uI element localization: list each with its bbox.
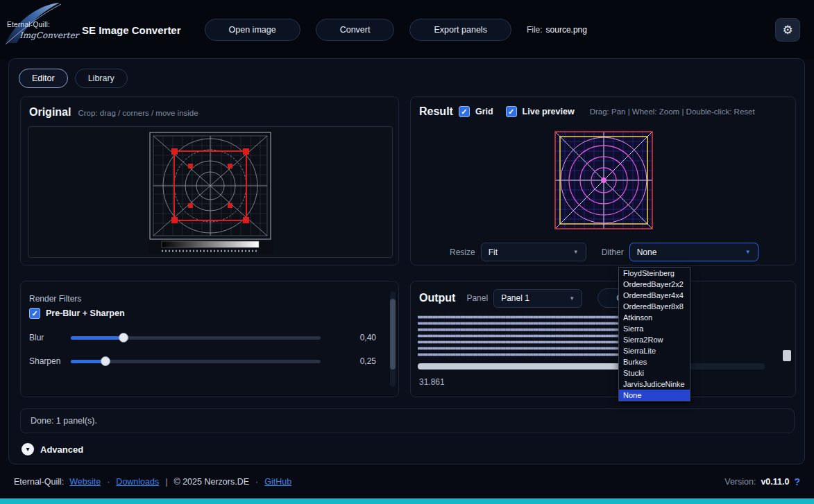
chevron-down-icon: ▼ [745,249,751,255]
output-hscrollbar[interactable] [418,363,765,370]
dither-option[interactable]: Sierra [619,323,690,334]
output-panel: Output Panel Panel 1 ▼ Copy ▩▩▩▩▩▩▩▩▩▩▩▩… [410,281,796,397]
version-label: Version: [724,477,756,487]
footer-separator: | [165,477,167,487]
dither-option[interactable]: Stucki [619,367,690,379]
dither-option[interactable]: SierraLite [619,345,690,356]
advanced-toggle[interactable]: ▾ Advanced [22,443,83,455]
blur-label: Blur [29,333,71,342]
grid-checkbox-label: Grid [475,107,493,116]
tab-bar: Editor Library [19,69,128,88]
footer-separator: · [107,477,110,487]
dither-option[interactable]: Atkinson [619,312,690,323]
export-panels-button[interactable]: Export panels [409,19,511,41]
settings-button[interactable]: ⚙ [775,18,800,42]
website-link[interactable]: Website [69,477,101,487]
resize-select-value: Fit [489,247,498,257]
output-preview-text[interactable]: ▩▩▩▩▩▩▩▩▩▩▩▩▩▩▩▩▩▩▩▩▩▩▩▩▩▩▩▩▩▩▩▩▩▩▩▩▩▩▩▩… [418,313,783,362]
downloads-link[interactable]: Downloads [116,477,159,487]
original-title: Original [29,106,71,119]
dither-option[interactable]: FloydSteinberg [619,268,690,279]
bottom-accent-bar [0,498,814,504]
check-icon: ✓ [461,108,467,116]
file-name: source.png [546,25,587,35]
sharpen-slider[interactable] [71,360,321,363]
logo-line2: ImgConverter [19,31,78,40]
dither-option[interactable]: OrderedBayer8x8 [619,301,690,312]
output-panel-label: Panel [466,293,488,303]
blur-value: 0,40 [348,333,376,342]
chevron-down-icon: ▼ [569,295,575,302]
original-preview[interactable] [28,126,393,258]
advanced-label: Advanced [40,444,83,455]
file-label: File: [527,25,543,35]
chevron-down-icon: ▼ [573,249,579,255]
output-vscrollbar[interactable] [783,313,791,373]
topbar: Eternal-Quill: ImgConverter SE Image Con… [0,0,814,60]
dither-select[interactable]: None ▼ [629,243,758,261]
dither-option[interactable]: OrderedBayer2x2 [619,279,690,290]
live-preview-checkbox[interactable]: ✓ [506,106,517,117]
footer: Eternal-Quill: Website · Downloads | © 2… [0,464,814,498]
original-panel: Original Crop: drag / corners / move ins… [20,96,399,266]
github-link[interactable]: GitHub [264,477,291,487]
main-container: Editor Library Original Crop: drag / cor… [8,58,805,464]
dither-option[interactable]: Burkes [619,356,690,367]
output-char-count: 31.861 [419,377,445,387]
panel-select[interactable]: Panel 1 ▼ [493,289,582,308]
dither-option-selected[interactable]: None [619,390,690,401]
result-title: Result [419,105,453,118]
gear-icon: ⚙ [782,23,792,37]
dither-label: Dither [602,247,624,257]
tab-editor[interactable]: Editor [19,69,68,88]
sharpen-label: Sharpen [29,356,71,366]
output-title: Output [419,292,455,304]
blur-slider-thumb[interactable] [119,333,128,342]
resize-label: Resize [450,247,475,257]
dither-option[interactable]: OrderedBayer4x4 [619,290,690,301]
dither-select-value: None [637,247,657,257]
original-crop-hint: Crop: drag / corners / move inside [78,109,198,117]
pre-blur-sharpen-checkbox[interactable]: ✓ [29,308,40,319]
status-bar: Done: 1 panel(s). [20,408,795,433]
pre-blur-sharpen-label: Pre-Blur + Sharpen [46,309,125,318]
resize-select[interactable]: Fit ▼ [481,243,586,261]
result-panel: Result ✓ Grid ✓ Live preview Drag: Pan |… [410,96,796,266]
logo-line1: Eternal-Quill: [7,21,50,28]
help-icon[interactable]: ? [794,476,800,487]
app-title: SE Image Converter [82,24,181,36]
footer-copyright: © 2025 Nerzors.DE [173,477,249,487]
original-image [148,130,273,254]
convert-button[interactable]: Convert [316,19,395,41]
output-vscrollbar-thumb[interactable] [783,350,791,361]
result-preview[interactable] [418,128,790,233]
filters-scrollbar[interactable] [390,291,396,387]
dither-dropdown: FloydSteinberg OrderedBayer2x2 OrderedBa… [618,267,690,401]
file-info: File:source.png [527,25,587,35]
grid-checkbox[interactable]: ✓ [459,106,470,117]
open-image-button[interactable]: Open image [205,19,300,41]
check-icon: ✓ [508,108,514,116]
footer-brand: Eternal-Quill: [14,477,64,487]
sharpen-slider-thumb[interactable] [101,356,110,366]
status-text: Done: 1 panel(s). [31,416,97,426]
check-icon: ✓ [31,310,37,318]
chevron-down-circle-icon: ▾ [22,443,34,455]
result-controls: Resize Fit ▼ Dither None ▼ [418,243,790,261]
dither-option[interactable]: Sierra2Row [619,334,690,345]
sharpen-value: 0,25 [348,356,376,366]
tab-library[interactable]: Library [75,69,128,88]
version-value: v0.11.0 [761,477,789,487]
app-logo: Eternal-Quill: ImgConverter [0,0,82,60]
blur-slider[interactable] [71,336,321,340]
footer-separator: · [255,477,258,487]
result-pan-zoom-hint: Drag: Pan | Wheel: Zoom | Double-click: … [590,107,755,116]
result-image [554,131,653,229]
live-preview-checkbox-label: Live preview [523,107,575,116]
dither-option[interactable]: JarvisJudiceNinke [619,379,690,390]
filters-scrollbar-thumb[interactable] [390,299,396,370]
render-filters-panel: Render Filters ✓ Pre-Blur + Sharpen Blur… [20,281,399,397]
quill-feather-icon [0,0,82,60]
render-filters-title: Render Filters [29,294,81,304]
panel-select-value: Panel 1 [501,293,529,303]
